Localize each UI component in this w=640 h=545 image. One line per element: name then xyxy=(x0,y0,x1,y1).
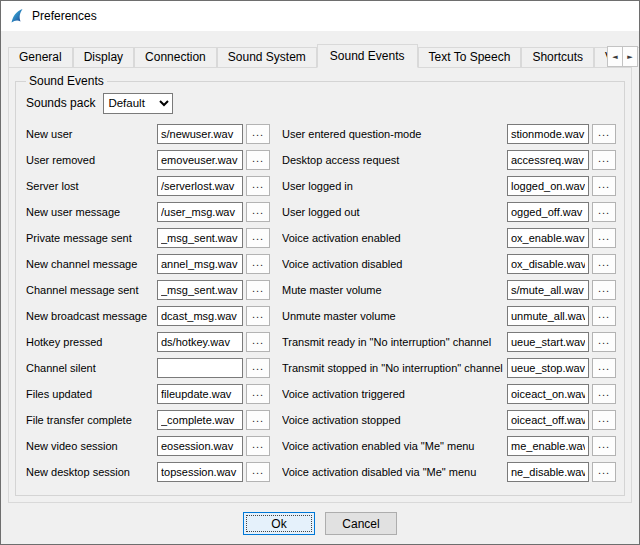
browse-button[interactable]: ... xyxy=(246,176,270,196)
browse-button[interactable]: ... xyxy=(592,228,616,248)
sound-event-row: New channel message ... xyxy=(26,251,270,277)
sound-file-input[interactable] xyxy=(157,462,243,482)
sound-event-row: Mute master volume ... xyxy=(282,277,616,303)
browse-button[interactable]: ... xyxy=(592,332,616,352)
sound-event-label: Channel message sent xyxy=(26,284,157,296)
browse-button[interactable]: ... xyxy=(592,176,616,196)
browse-button[interactable]: ... xyxy=(592,306,616,326)
browse-button[interactable]: ... xyxy=(246,124,270,144)
sound-event-label: Voice activation enabled xyxy=(282,232,507,244)
browse-button[interactable]: ... xyxy=(592,436,616,456)
sound-event-label: Voice activation disabled xyxy=(282,258,507,270)
sound-event-row: Channel silent ... xyxy=(26,355,270,381)
sound-file-input[interactable] xyxy=(507,462,589,482)
sound-file-input[interactable] xyxy=(157,280,243,300)
sound-file-input[interactable] xyxy=(157,150,243,170)
sound-file-input[interactable] xyxy=(507,358,589,378)
sound-file-input[interactable] xyxy=(507,384,589,404)
sound-file-input[interactable] xyxy=(157,254,243,274)
browse-button[interactable]: ... xyxy=(246,436,270,456)
sound-file-input[interactable] xyxy=(507,410,589,430)
tab-shortcuts[interactable]: Shortcuts xyxy=(521,47,594,67)
sound-file-input[interactable] xyxy=(507,306,589,326)
sound-file-input[interactable] xyxy=(507,228,589,248)
sound-event-label: Hotkey pressed xyxy=(26,336,157,348)
sound-file-input[interactable] xyxy=(507,202,589,222)
sound-event-row: Voice activation triggered ... xyxy=(282,381,616,407)
browse-button[interactable]: ... xyxy=(246,306,270,326)
browse-button[interactable]: ... xyxy=(592,124,616,144)
sound-file-input[interactable] xyxy=(507,280,589,300)
sound-event-row: User logged out ... xyxy=(282,199,616,225)
sound-event-label: New user xyxy=(26,128,157,140)
sound-event-label: Desktop access request xyxy=(282,154,507,166)
sound-file-input[interactable] xyxy=(507,436,589,456)
sound-events-column-left: New user ... User removed ... Server los… xyxy=(26,121,270,485)
sound-file-input[interactable] xyxy=(507,332,589,352)
titlebar[interactable]: Preferences xyxy=(1,1,639,31)
browse-button[interactable]: ... xyxy=(592,462,616,482)
sound-event-label: Voice activation stopped xyxy=(282,414,507,426)
browse-button[interactable]: ... xyxy=(592,202,616,222)
tab-scroll-left-icon[interactable]: ◄ xyxy=(607,46,623,67)
sound-event-label: New broadcast message xyxy=(26,310,157,322)
sound-file-input[interactable] xyxy=(157,176,243,196)
sound-file-input[interactable] xyxy=(507,150,589,170)
browse-button[interactable]: ... xyxy=(246,202,270,222)
browse-button[interactable]: ... xyxy=(246,254,270,274)
app-icon xyxy=(9,8,25,24)
sound-file-input[interactable] xyxy=(157,228,243,248)
sound-event-row: Voice activation disabled ... xyxy=(282,251,616,277)
tab-scroll-right-icon[interactable]: ► xyxy=(622,46,638,67)
sound-event-row: Voice activation enabled via "Me" menu .… xyxy=(282,433,616,459)
browse-button[interactable]: ... xyxy=(592,280,616,300)
browse-button[interactable]: ... xyxy=(246,384,270,404)
ok-button[interactable]: Ok xyxy=(243,512,315,535)
sound-file-input[interactable] xyxy=(157,358,243,378)
sound-file-input[interactable] xyxy=(157,436,243,456)
cancel-button[interactable]: Cancel xyxy=(325,512,397,535)
browse-button[interactable]: ... xyxy=(246,150,270,170)
sound-file-input[interactable] xyxy=(157,384,243,404)
browse-button[interactable]: ... xyxy=(592,254,616,274)
browse-button[interactable]: ... xyxy=(246,332,270,352)
browse-button[interactable]: ... xyxy=(246,410,270,430)
sound-event-label: User logged out xyxy=(282,206,507,218)
browse-button[interactable]: ... xyxy=(246,462,270,482)
sound-event-row: User removed ... xyxy=(26,147,270,173)
sound-file-input[interactable] xyxy=(507,254,589,274)
sound-event-label: User entered question-mode xyxy=(282,128,507,140)
browse-button[interactable]: ... xyxy=(592,150,616,170)
sound-file-input[interactable] xyxy=(157,306,243,326)
browse-button[interactable]: ... xyxy=(246,358,270,378)
sound-event-row: Voice activation enabled ... xyxy=(282,225,616,251)
sounds-pack-select[interactable]: Default xyxy=(103,93,173,114)
tab-sound-events[interactable]: Sound Events xyxy=(317,44,418,68)
browse-button[interactable]: ... xyxy=(592,410,616,430)
sound-file-input[interactable] xyxy=(157,332,243,352)
preferences-dialog: Preferences General Display Connection S… xyxy=(0,0,640,545)
tab-general[interactable]: General xyxy=(8,47,73,67)
browse-button[interactable]: ... xyxy=(246,280,270,300)
browse-button[interactable]: ... xyxy=(246,228,270,248)
sound-event-label: Files updated xyxy=(26,388,157,400)
tab-text-to-speech[interactable]: Text To Speech xyxy=(418,47,522,67)
dialog-footer: Ok Cancel xyxy=(1,503,639,545)
dialog-body: General Display Connection Sound System … xyxy=(1,31,639,503)
tab-display[interactable]: Display xyxy=(73,47,134,67)
sound-event-row: Server lost ... xyxy=(26,173,270,199)
sound-event-row: Files updated ... xyxy=(26,381,270,407)
sound-event-label: New channel message xyxy=(26,258,157,270)
sound-file-input[interactable] xyxy=(507,124,589,144)
sound-file-input[interactable] xyxy=(507,176,589,196)
browse-button[interactable]: ... xyxy=(592,358,616,378)
sound-file-input[interactable] xyxy=(157,124,243,144)
tab-connection[interactable]: Connection xyxy=(134,47,217,67)
sound-event-row: Transmit stopped in "No interruption" ch… xyxy=(282,355,616,381)
tab-bar: General Display Connection Sound System … xyxy=(8,43,632,67)
tab-sound-system[interactable]: Sound System xyxy=(217,47,317,67)
sound-file-input[interactable] xyxy=(157,410,243,430)
sound-event-row: New video session ... xyxy=(26,433,270,459)
sound-file-input[interactable] xyxy=(157,202,243,222)
browse-button[interactable]: ... xyxy=(592,384,616,404)
